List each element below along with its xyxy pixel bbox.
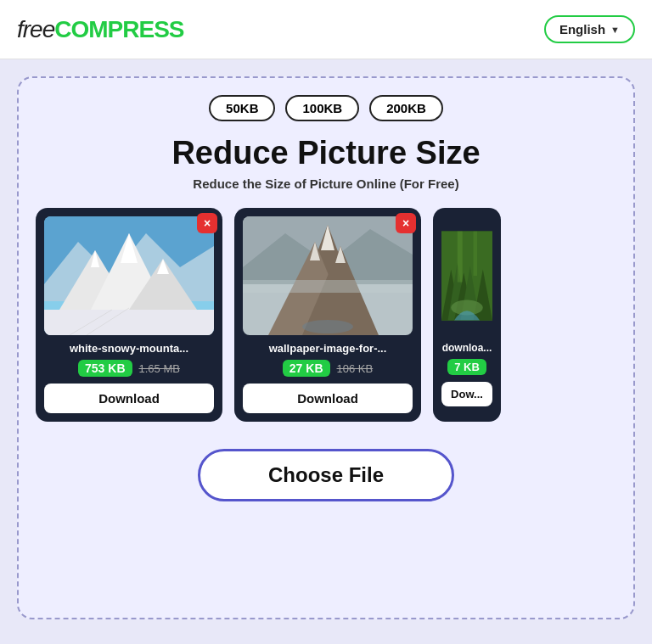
main-content: 50KB 100KB 200KB Reduce Picture Size Red…: [0, 59, 652, 644]
image-card-2: ×: [234, 208, 421, 422]
close-button-1[interactable]: ×: [197, 213, 217, 233]
card-image-1: [44, 216, 214, 335]
card-image-2: [243, 216, 413, 335]
svg-rect-9: [44, 310, 214, 335]
logo-free: free: [17, 16, 54, 42]
card-sizes-1: 753 KB 1.65 MB: [78, 360, 180, 377]
original-size-2: 106 KB: [337, 362, 374, 375]
size-presets: 50KB 100KB 200KB: [209, 95, 443, 121]
card-filename-3: downloa...: [441, 342, 492, 354]
download-button-2[interactable]: Download: [243, 384, 413, 413]
preset-100kb[interactable]: 100KB: [285, 95, 359, 121]
card-filename-2: wallpaper-image-for-...: [243, 342, 413, 355]
language-selector[interactable]: English ▼: [544, 15, 635, 43]
page-title: Reduce Picture Size: [171, 135, 480, 171]
page-subtitle: Reduce the Size of Picture Online (For F…: [193, 176, 458, 191]
card-filename-1: white-snowy-mounta...: [44, 342, 214, 355]
cards-row: ×: [36, 208, 616, 422]
preset-200kb[interactable]: 200KB: [369, 95, 443, 121]
image-card-1: ×: [36, 208, 222, 422]
download-button-3[interactable]: Dow...: [441, 382, 492, 406]
upload-area: 50KB 100KB 200KB Reduce Picture Size Red…: [17, 76, 635, 619]
logo: freeCOMPRESS: [17, 16, 184, 43]
card-sizes-3: 7 KB: [447, 359, 486, 375]
close-button-2[interactable]: ×: [396, 213, 416, 233]
card-image-3: [441, 216, 492, 335]
compressed-size-1: 753 KB: [78, 360, 132, 377]
card-sizes-2: 27 KB 106 KB: [283, 360, 373, 377]
chevron-down-icon: ▼: [610, 25, 620, 35]
download-button-1[interactable]: Download: [44, 384, 214, 413]
header: freeCOMPRESS English ▼: [0, 0, 652, 59]
svg-point-21: [302, 320, 353, 333]
original-size-1: 1.65 MB: [139, 362, 180, 375]
logo-compress: COMPRESS: [54, 16, 183, 42]
compressed-size-2: 27 KB: [283, 360, 330, 377]
preset-50kb[interactable]: 50KB: [209, 95, 275, 121]
compressed-size-3: 7 KB: [447, 359, 486, 375]
svg-rect-31: [458, 232, 463, 283]
language-label: English: [559, 22, 605, 36]
image-card-3: downloa... 7 KB Dow...: [433, 208, 501, 422]
svg-rect-32: [474, 232, 478, 277]
svg-rect-22: [243, 280, 413, 293]
choose-file-button[interactable]: Choose File: [198, 449, 454, 501]
